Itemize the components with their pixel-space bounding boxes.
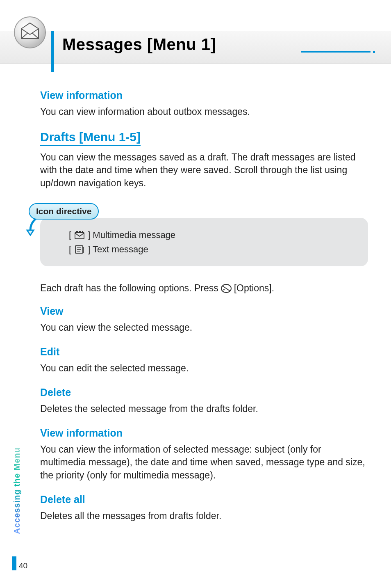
callout-text-sms: ] Text message <box>88 242 148 256</box>
body-drafts: You can view the messages saved as a dra… <box>40 151 368 190</box>
header-accent-line <box>301 51 371 53</box>
callout-text-mms: ] Multimedia message <box>88 228 175 242</box>
icon-directive-callout: Icon directive [ ] Multimedia messa <box>26 203 354 266</box>
svg-point-11 <box>223 289 225 290</box>
svg-rect-4 <box>82 231 83 232</box>
options-instruction: Each draft has the following options. Pr… <box>40 283 368 294</box>
callout-label: Icon directive <box>29 203 99 220</box>
heading-view-information-top: View information <box>40 89 368 101</box>
heading-edit: Edit <box>40 346 368 358</box>
vertical-rule <box>51 31 54 72</box>
callout-box: [ ] Multimedia message [ <box>40 218 368 266</box>
heading-delete: Delete <box>40 387 368 398</box>
svg-rect-2 <box>76 231 78 232</box>
body-view-information-top: You can view information about outbox me… <box>40 105 368 119</box>
heading-view: View <box>40 305 368 317</box>
bracket-open-2: [ <box>69 242 71 256</box>
sms-icon <box>75 245 84 254</box>
page-content: View information You can view informatio… <box>40 89 368 522</box>
body-view-information-bottom: You can view the information of selected… <box>40 443 368 482</box>
heading-drafts: Drafts [Menu 1-5] <box>40 130 141 146</box>
svg-rect-1 <box>75 233 84 239</box>
body-delete: Deletes the selected message from the dr… <box>40 403 368 416</box>
options-suffix: [Options]. <box>234 283 274 294</box>
bracket-open: [ <box>69 228 71 242</box>
side-section-text: Accessing the Menu <box>12 447 22 534</box>
page-number: 40 <box>19 561 27 570</box>
softkey-icon <box>221 283 232 294</box>
page-title: Messages [Menu 1] <box>62 35 216 54</box>
svg-rect-3 <box>79 231 81 232</box>
header-accent <box>301 31 391 64</box>
header-accent-dot <box>373 51 375 53</box>
body-delete-all: Deletes all the messages from drafts fol… <box>40 510 368 523</box>
callout-row-mms: [ ] Multimedia message <box>69 228 357 242</box>
side-section-label: Accessing the Menu <box>12 447 25 554</box>
body-view: You can view the selected message. <box>40 321 368 334</box>
heading-view-information-bottom: View information <box>40 427 368 439</box>
side-accent-bar <box>12 556 16 570</box>
envelope-icon <box>13 16 47 49</box>
callout-row-sms: [ ] Text message <box>69 242 357 256</box>
mms-icon <box>75 231 84 239</box>
options-prefix: Each draft has the following options. Pr… <box>40 283 218 294</box>
body-edit: You can edit the selected message. <box>40 362 368 375</box>
heading-delete-all: Delete all <box>40 494 368 506</box>
